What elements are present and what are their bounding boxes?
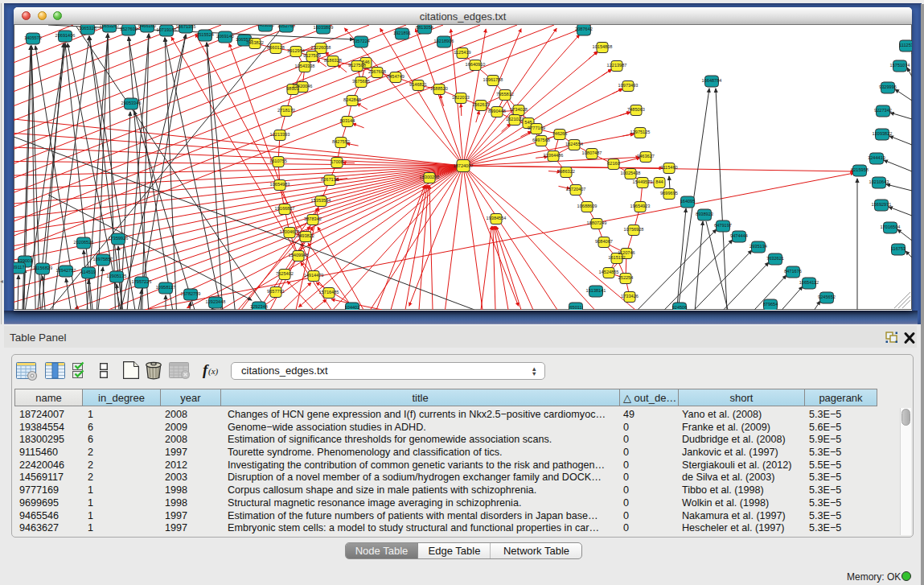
svg-text:16640910: 16640910: [466, 62, 486, 67]
svg-text:10543338: 10543338: [295, 64, 315, 68]
svg-text:7515524: 7515524: [196, 32, 214, 37]
svg-text:10688609: 10688609: [577, 204, 598, 208]
svg-text:9115460: 9115460: [660, 165, 677, 170]
svg-text:1921891: 1921891: [393, 31, 411, 35]
svg-text:1052760: 1052760: [277, 25, 295, 28]
svg-text:252254: 252254: [618, 275, 634, 280]
svg-text:114519: 114519: [81, 270, 96, 274]
svg-text:16033809: 16033809: [314, 25, 334, 30]
svg-text:7625402: 7625402: [276, 271, 294, 276]
svg-text:8813054: 8813054: [416, 25, 433, 30]
svg-text:20206526: 20206526: [74, 240, 94, 245]
svg-text:9699695: 9699695: [660, 191, 678, 196]
svg-text:3675685: 3675685: [352, 79, 370, 84]
svg-text:17359926: 17359926: [109, 236, 129, 241]
svg-text:8660128: 8660128: [267, 45, 285, 50]
svg-text:746266: 746266: [552, 131, 568, 136]
svg-text:9474444: 9474444: [730, 233, 748, 238]
svg-text:12942757: 12942757: [56, 268, 76, 273]
svg-text:10154808: 10154808: [593, 44, 613, 49]
svg-text:15409948: 15409948: [289, 253, 309, 257]
svg-text:16782759: 16782759: [181, 291, 201, 296]
svg-text:19166837: 19166837: [275, 206, 295, 211]
svg-text:1065326: 1065326: [79, 26, 97, 31]
svg-text:65011: 65011: [569, 305, 581, 310]
svg-text:15138141: 15138141: [586, 288, 606, 293]
svg-text:1244419: 1244419: [868, 155, 885, 160]
svg-text:29053346: 29053346: [121, 101, 142, 105]
svg-text:939001: 939001: [18, 258, 33, 263]
svg-text:3912954: 3912954: [287, 48, 305, 53]
svg-text:10756928: 10756928: [624, 227, 644, 232]
svg-text:39117: 39117: [14, 265, 25, 270]
svg-text:9734028: 9734028: [510, 107, 528, 112]
svg-text:(x): (x): [208, 366, 219, 377]
svg-text:16648784: 16648784: [702, 78, 722, 83]
svg-text:8427552: 8427552: [332, 139, 350, 144]
svg-text:1615112: 1615112: [608, 255, 625, 260]
svg-text:6479197: 6479197: [714, 223, 732, 228]
svg-text:9227342: 9227342: [874, 108, 892, 113]
svg-text:14524855: 14524855: [599, 270, 619, 274]
svg-text:9127508: 9127508: [348, 63, 366, 68]
svg-text:924506: 924506: [672, 305, 688, 310]
svg-text:98901: 98901: [286, 86, 299, 91]
svg-text:7357224: 7357224: [352, 39, 370, 43]
svg-text:10025438: 10025438: [621, 171, 641, 175]
svg-text:62160: 62160: [607, 161, 620, 166]
svg-text:18807249: 18807249: [587, 220, 607, 225]
svg-text:1125419: 1125419: [454, 50, 470, 55]
svg-text:8471676: 8471676: [784, 269, 802, 274]
svg-text:7463822: 7463822: [246, 40, 264, 45]
svg-text:1527602: 1527602: [120, 27, 138, 31]
svg-text:9463627: 9463627: [637, 154, 655, 159]
svg-text:10719185: 10719185: [157, 27, 177, 32]
svg-text:1562615: 1562615: [472, 102, 490, 107]
svg-text:1822013: 1822013: [452, 95, 470, 100]
svg-text:8454749: 8454749: [387, 74, 405, 79]
svg-text:15720407: 15720407: [566, 187, 586, 192]
svg-text:8267130: 8267130: [321, 177, 339, 182]
svg-text:6466160: 6466160: [138, 25, 156, 28]
svg-text:18724007: 18724007: [454, 163, 474, 168]
svg-text:10975857: 10975857: [93, 257, 113, 262]
svg-text:16671355: 16671355: [176, 25, 196, 29]
svg-text:10210643: 10210643: [869, 179, 889, 184]
svg-text:23226058: 23226058: [311, 45, 331, 50]
svg-text:9245652: 9245652: [818, 295, 836, 299]
svg-text:9329996: 9329996: [879, 84, 897, 89]
svg-text:7955812: 7955812: [496, 92, 514, 97]
svg-text:18300295: 18300295: [420, 175, 440, 179]
svg-text:10958117: 10958117: [156, 285, 175, 290]
svg-text:2087642: 2087642: [575, 27, 593, 31]
svg-text:20691406: 20691406: [55, 33, 76, 38]
svg-text:8215958: 8215958: [851, 167, 869, 172]
svg-text:7485063: 7485063: [627, 107, 645, 112]
svg-text:10654112: 10654112: [799, 280, 819, 285]
svg-text:1733426: 1733426: [621, 294, 639, 299]
svg-text:17008: 17008: [331, 159, 343, 164]
svg-text:7632621: 7632621: [766, 256, 784, 261]
svg-text:1624554: 1624554: [565, 142, 583, 146]
svg-text:9127509: 9127509: [303, 53, 321, 58]
svg-text:9657791: 9657791: [267, 289, 285, 294]
svg-text:19384554: 19384554: [487, 216, 507, 220]
svg-text:844: 844: [655, 179, 663, 184]
svg-text:15353594: 15353594: [311, 198, 331, 203]
svg-text:164095: 164095: [680, 199, 696, 204]
svg-text:12093822: 12093822: [873, 131, 893, 136]
svg-text:15449579: 15449579: [633, 179, 653, 184]
svg-text:1292344: 1292344: [250, 304, 268, 309]
svg-text:12975125: 12975125: [630, 130, 651, 134]
svg-text:8186328: 8186328: [324, 58, 342, 63]
svg-text:6497568: 6497568: [532, 138, 550, 142]
svg-text:2367608: 2367608: [368, 69, 386, 74]
svg-text:3878342: 3878342: [304, 216, 322, 221]
svg-text:12213987: 12213987: [607, 63, 627, 68]
svg-text:21364486: 21364486: [544, 153, 564, 158]
svg-text:9777169: 9777169: [528, 126, 545, 130]
svg-text:2935134: 2935134: [749, 244, 767, 249]
svg-text:15716485: 15716485: [319, 290, 339, 295]
svg-text:10807487: 10807487: [582, 150, 602, 155]
svg-text:12923448: 12923448: [206, 299, 226, 304]
